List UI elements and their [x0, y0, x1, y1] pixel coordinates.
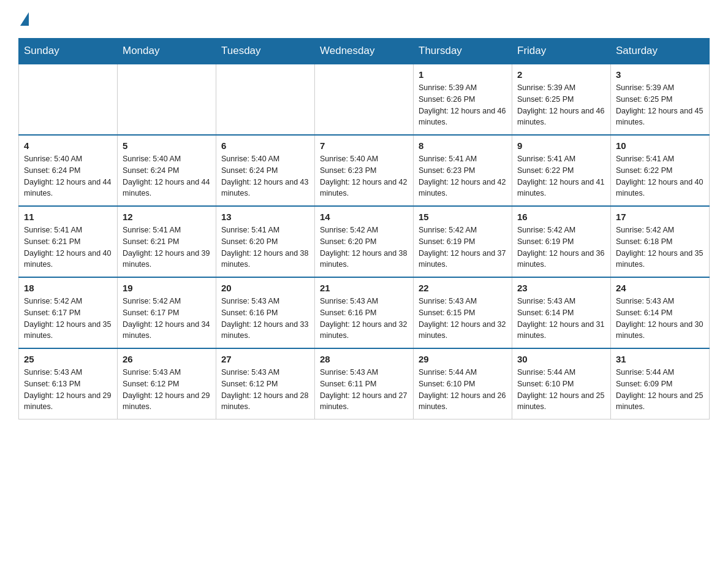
week-row-5: 25Sunrise: 5:43 AMSunset: 6:13 PMDayligh… [19, 348, 710, 419]
page-header [18, 12, 710, 27]
day-number: 18 [24, 283, 112, 293]
day-number: 12 [123, 212, 211, 222]
calendar-cell: 9Sunrise: 5:41 AMSunset: 6:22 PMDaylight… [512, 135, 611, 206]
day-number: 27 [221, 354, 309, 364]
day-number: 14 [320, 212, 408, 222]
col-header-monday: Monday [118, 39, 216, 64]
day-info: Sunrise: 5:43 AMSunset: 6:12 PMDaylight:… [221, 367, 309, 413]
calendar-cell: 31Sunrise: 5:44 AMSunset: 6:09 PMDayligh… [611, 348, 710, 419]
day-info: Sunrise: 5:42 AMSunset: 6:19 PMDaylight:… [419, 224, 507, 270]
calendar-cell: 10Sunrise: 5:41 AMSunset: 6:22 PMDayligh… [611, 135, 710, 206]
calendar-cell: 7Sunrise: 5:40 AMSunset: 6:23 PMDaylight… [315, 135, 414, 206]
day-info: Sunrise: 5:42 AMSunset: 6:18 PMDaylight:… [616, 224, 704, 270]
day-number: 4 [24, 140, 112, 151]
day-number: 16 [517, 212, 605, 222]
day-info: Sunrise: 5:43 AMSunset: 6:16 PMDaylight:… [320, 296, 408, 342]
day-number: 9 [517, 140, 605, 151]
day-number: 7 [320, 140, 408, 151]
day-info: Sunrise: 5:40 AMSunset: 6:23 PMDaylight:… [320, 153, 408, 199]
day-number: 31 [616, 354, 704, 364]
day-info: Sunrise: 5:41 AMSunset: 6:21 PMDaylight:… [24, 224, 112, 270]
calendar-cell: 16Sunrise: 5:42 AMSunset: 6:19 PMDayligh… [512, 206, 611, 277]
calendar-cell: 18Sunrise: 5:42 AMSunset: 6:17 PMDayligh… [19, 277, 118, 348]
day-info: Sunrise: 5:41 AMSunset: 6:22 PMDaylight:… [517, 153, 605, 199]
day-number: 17 [616, 212, 704, 222]
day-info: Sunrise: 5:43 AMSunset: 6:14 PMDaylight:… [616, 296, 704, 342]
calendar-cell: 26Sunrise: 5:43 AMSunset: 6:12 PMDayligh… [118, 348, 216, 419]
day-number: 28 [320, 354, 408, 364]
day-info: Sunrise: 5:41 AMSunset: 6:23 PMDaylight:… [419, 153, 507, 199]
day-info: Sunrise: 5:42 AMSunset: 6:19 PMDaylight:… [517, 224, 605, 270]
col-header-thursday: Thursday [414, 39, 512, 64]
day-info: Sunrise: 5:43 AMSunset: 6:11 PMDaylight:… [320, 367, 408, 413]
col-header-sunday: Sunday [19, 39, 118, 64]
day-info: Sunrise: 5:43 AMSunset: 6:13 PMDaylight:… [24, 367, 112, 413]
day-info: Sunrise: 5:39 AMSunset: 6:26 PMDaylight:… [419, 82, 507, 128]
day-info: Sunrise: 5:43 AMSunset: 6:16 PMDaylight:… [221, 296, 309, 342]
calendar-cell: 20Sunrise: 5:43 AMSunset: 6:16 PMDayligh… [216, 277, 315, 348]
day-info: Sunrise: 5:41 AMSunset: 6:21 PMDaylight:… [123, 224, 211, 270]
day-number: 21 [320, 283, 408, 293]
calendar-cell: 28Sunrise: 5:43 AMSunset: 6:11 PMDayligh… [315, 348, 414, 419]
calendar-cell: 21Sunrise: 5:43 AMSunset: 6:16 PMDayligh… [315, 277, 414, 348]
day-number: 24 [616, 283, 704, 293]
day-number: 30 [517, 354, 605, 364]
day-info: Sunrise: 5:43 AMSunset: 6:12 PMDaylight:… [123, 367, 211, 413]
calendar-cell: 30Sunrise: 5:44 AMSunset: 6:10 PMDayligh… [512, 348, 611, 419]
day-number: 15 [419, 212, 507, 222]
calendar-cell: 4Sunrise: 5:40 AMSunset: 6:24 PMDaylight… [19, 135, 118, 206]
calendar-cell: 2Sunrise: 5:39 AMSunset: 6:25 PMDaylight… [512, 64, 611, 135]
calendar-cell: 19Sunrise: 5:42 AMSunset: 6:17 PMDayligh… [118, 277, 216, 348]
day-info: Sunrise: 5:39 AMSunset: 6:25 PMDaylight:… [616, 82, 704, 128]
day-number: 26 [123, 354, 211, 364]
week-row-1: 1Sunrise: 5:39 AMSunset: 6:26 PMDaylight… [19, 64, 710, 135]
day-number: 5 [123, 140, 211, 151]
calendar-cell: 8Sunrise: 5:41 AMSunset: 6:23 PMDaylight… [414, 135, 512, 206]
week-row-3: 11Sunrise: 5:41 AMSunset: 6:21 PMDayligh… [19, 206, 710, 277]
calendar-cell: 11Sunrise: 5:41 AMSunset: 6:21 PMDayligh… [19, 206, 118, 277]
calendar-cell: 24Sunrise: 5:43 AMSunset: 6:14 PMDayligh… [611, 277, 710, 348]
col-header-friday: Friday [512, 39, 611, 64]
calendar-cell [216, 64, 315, 135]
day-info: Sunrise: 5:41 AMSunset: 6:20 PMDaylight:… [221, 224, 309, 270]
day-number: 29 [419, 354, 507, 364]
day-info: Sunrise: 5:40 AMSunset: 6:24 PMDaylight:… [123, 153, 211, 199]
calendar-cell: 12Sunrise: 5:41 AMSunset: 6:21 PMDayligh… [118, 206, 216, 277]
col-header-wednesday: Wednesday [315, 39, 414, 64]
day-number: 22 [419, 283, 507, 293]
logo-triangle-icon [20, 12, 29, 26]
day-info: Sunrise: 5:42 AMSunset: 6:20 PMDaylight:… [320, 224, 408, 270]
day-info: Sunrise: 5:43 AMSunset: 6:14 PMDaylight:… [517, 296, 605, 342]
day-info: Sunrise: 5:44 AMSunset: 6:10 PMDaylight:… [517, 367, 605, 413]
calendar-cell: 3Sunrise: 5:39 AMSunset: 6:25 PMDaylight… [611, 64, 710, 135]
day-number: 11 [24, 212, 112, 222]
day-number: 3 [616, 69, 704, 80]
calendar-cell: 5Sunrise: 5:40 AMSunset: 6:24 PMDaylight… [118, 135, 216, 206]
calendar-cell: 13Sunrise: 5:41 AMSunset: 6:20 PMDayligh… [216, 206, 315, 277]
week-row-4: 18Sunrise: 5:42 AMSunset: 6:17 PMDayligh… [19, 277, 710, 348]
calendar-cell: 15Sunrise: 5:42 AMSunset: 6:19 PMDayligh… [414, 206, 512, 277]
col-header-tuesday: Tuesday [216, 39, 315, 64]
day-number: 2 [517, 69, 605, 80]
day-info: Sunrise: 5:44 AMSunset: 6:09 PMDaylight:… [616, 367, 704, 413]
day-number: 1 [419, 69, 507, 80]
day-info: Sunrise: 5:40 AMSunset: 6:24 PMDaylight:… [221, 153, 309, 199]
day-info: Sunrise: 5:42 AMSunset: 6:17 PMDaylight:… [123, 296, 211, 342]
calendar-cell: 17Sunrise: 5:42 AMSunset: 6:18 PMDayligh… [611, 206, 710, 277]
day-number: 25 [24, 354, 112, 364]
col-header-saturday: Saturday [611, 39, 710, 64]
day-number: 23 [517, 283, 605, 293]
day-number: 6 [221, 140, 309, 151]
day-number: 10 [616, 140, 704, 151]
calendar-cell [19, 64, 118, 135]
calendar-cell: 14Sunrise: 5:42 AMSunset: 6:20 PMDayligh… [315, 206, 414, 277]
logo [18, 12, 29, 27]
calendar-cell: 27Sunrise: 5:43 AMSunset: 6:12 PMDayligh… [216, 348, 315, 419]
day-number: 19 [123, 283, 211, 293]
calendar-header-row: SundayMondayTuesdayWednesdayThursdayFrid… [19, 39, 710, 64]
day-number: 8 [419, 140, 507, 151]
day-info: Sunrise: 5:41 AMSunset: 6:22 PMDaylight:… [616, 153, 704, 199]
calendar-cell: 6Sunrise: 5:40 AMSunset: 6:24 PMDaylight… [216, 135, 315, 206]
calendar-cell: 29Sunrise: 5:44 AMSunset: 6:10 PMDayligh… [414, 348, 512, 419]
day-info: Sunrise: 5:39 AMSunset: 6:25 PMDaylight:… [517, 82, 605, 128]
